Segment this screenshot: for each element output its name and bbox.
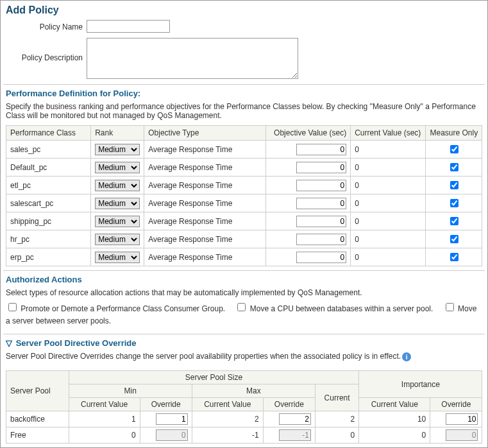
server-pool-override-title: Server Pool Directive Override <box>16 338 137 348</box>
current-value-cell: 0 <box>351 212 426 230</box>
objective-type-cell: Average Response Time <box>144 194 266 212</box>
col-imp-override: Override <box>430 398 482 411</box>
performance-class-cell: salescart_pc <box>6 194 91 212</box>
policy-description-input[interactable] <box>87 38 298 79</box>
col-measure-only: Measure Only <box>426 126 482 141</box>
importance-override-input[interactable] <box>446 413 478 425</box>
performance-class-cell: Default_pc <box>6 159 91 177</box>
performance-definition-title: Performance Definition for Policy: <box>3 84 485 99</box>
current-value-cell: 0 <box>351 177 426 194</box>
objective-type-cell: Average Response Time <box>144 159 266 177</box>
rank-select[interactable]: LowestLowMediumHighHighest <box>95 252 140 263</box>
col-performance-class: Performance Class <box>6 126 91 141</box>
importance-current-cell: 0 <box>359 427 430 444</box>
objective-value-input[interactable] <box>296 198 346 209</box>
col-rank: Rank <box>91 126 144 141</box>
current-value-cell: 0 <box>351 159 426 177</box>
objective-type-cell: Average Response Time <box>144 177 266 194</box>
col-server-pool-size: Server Pool Size <box>69 371 359 384</box>
current-value-cell: 0 <box>351 194 426 212</box>
col-max-current: Current Value <box>192 398 263 411</box>
min-override-input <box>156 429 188 441</box>
current-value-cell: 0 <box>351 248 426 266</box>
objective-value-input[interactable] <box>296 144 346 155</box>
performance-class-cell: shipping_pc <box>6 212 91 230</box>
objective-type-cell: Average Response Time <box>144 230 266 248</box>
objective-type-cell: Average Response Time <box>144 141 266 159</box>
performance-table: Performance Class Rank Objective Type Ob… <box>6 125 482 266</box>
table-row: Default_pcLowestLowMediumHighHighestAver… <box>6 159 482 177</box>
server-pool-name-cell: Free <box>6 427 69 444</box>
performance-class-cell: etl_pc <box>6 177 91 194</box>
performance-definition-desc: Specify the business ranking and perform… <box>3 99 485 125</box>
measure-only-checkbox[interactable] <box>450 253 459 261</box>
promote-demote-option[interactable]: Promote or Demote a Performance Class Co… <box>6 304 225 313</box>
policy-name-input[interactable] <box>87 20 170 33</box>
col-imp-current: Current Value <box>359 398 430 411</box>
min-current-cell: 1 <box>69 411 140 427</box>
rank-select[interactable]: LowestLowMediumHighHighest <box>95 180 140 191</box>
measure-only-checkbox[interactable] <box>450 199 459 207</box>
measure-only-checkbox[interactable] <box>450 235 459 243</box>
performance-class-cell: sales_pc <box>6 141 91 159</box>
objective-value-input[interactable] <box>296 162 346 173</box>
move-server-checkbox[interactable] <box>446 303 454 311</box>
performance-class-cell: hr_pc <box>6 230 91 248</box>
server-pool-override-header[interactable]: ▽ Server Pool Directive Override <box>3 334 485 349</box>
measure-only-checkbox[interactable] <box>450 181 459 189</box>
table-row: etl_pcLowestLowMediumHighHighestAverage … <box>6 177 482 194</box>
measure-only-checkbox[interactable] <box>450 163 459 171</box>
objective-type-cell: Average Response Time <box>144 248 266 266</box>
current-cell: 2 <box>315 411 358 427</box>
col-importance: Importance <box>359 371 482 398</box>
table-row: backoffice12210 <box>6 411 482 427</box>
col-max-override: Override <box>263 398 315 411</box>
objective-value-input[interactable] <box>296 252 346 263</box>
collapse-icon[interactable]: ▽ <box>6 338 13 348</box>
col-current: Current <box>315 384 358 411</box>
max-override-input <box>279 429 311 441</box>
rank-select[interactable]: LowestLowMediumHighHighest <box>95 216 140 227</box>
min-current-cell: 0 <box>69 427 140 444</box>
policy-description-label: Policy Description <box>3 38 87 62</box>
importance-current-cell: 10 <box>359 411 430 427</box>
measure-only-checkbox[interactable] <box>450 145 459 153</box>
policy-name-label: Policy Name <box>3 20 87 31</box>
current-value-cell: 0 <box>351 230 426 248</box>
table-row: Free0-100 <box>6 427 482 444</box>
table-row: salescart_pcLowestLowMediumHighHighestAv… <box>6 194 482 212</box>
table-row: hr_pcLowestLowMediumHighHighestAverage R… <box>6 230 482 248</box>
performance-class-cell: erp_pc <box>6 248 91 266</box>
objective-value-input[interactable] <box>296 216 346 227</box>
col-objective-type: Objective Type <box>144 126 266 141</box>
rank-select[interactable]: LowestLowMediumHighHighest <box>95 234 140 245</box>
max-override-input[interactable] <box>279 413 311 425</box>
col-min: Min <box>69 384 192 398</box>
importance-override-input <box>446 429 478 441</box>
objective-value-input[interactable] <box>296 180 346 191</box>
max-current-cell: -1 <box>192 427 263 444</box>
move-cpu-checkbox[interactable] <box>237 303 246 311</box>
rank-select[interactable]: LowestLowMediumHighHighest <box>95 144 140 155</box>
current-cell: 0 <box>315 427 358 444</box>
table-row: shipping_pcLowestLowMediumHighHighestAve… <box>6 212 482 230</box>
col-max: Max <box>192 384 315 398</box>
col-min-current: Current Value <box>69 398 140 411</box>
min-override-input[interactable] <box>156 413 188 425</box>
page-title: Add Policy <box>6 4 485 16</box>
table-row: erp_pcLowestLowMediumHighHighestAverage … <box>6 248 482 266</box>
rank-select[interactable]: LowestLowMediumHighHighest <box>95 162 140 173</box>
server-pool-override-desc: Server Pool Directive Overrides change t… <box>3 349 485 366</box>
objective-value-input[interactable] <box>296 234 346 245</box>
current-value-cell: 0 <box>351 141 426 159</box>
objective-type-cell: Average Response Time <box>144 212 266 230</box>
promote-demote-checkbox[interactable] <box>8 303 17 311</box>
authorized-actions-title: Authorized Actions <box>3 270 485 286</box>
table-row: sales_pcLowestLowMediumHighHighestAverag… <box>6 141 482 159</box>
info-icon[interactable]: i <box>402 352 411 361</box>
move-cpu-option[interactable]: Move a CPU between databases within a se… <box>235 304 433 313</box>
server-pool-name-cell: backoffice <box>6 411 69 427</box>
col-objective-value: Objective Value (sec) <box>265 126 350 141</box>
rank-select[interactable]: LowestLowMediumHighHighest <box>95 198 140 209</box>
measure-only-checkbox[interactable] <box>450 217 459 225</box>
